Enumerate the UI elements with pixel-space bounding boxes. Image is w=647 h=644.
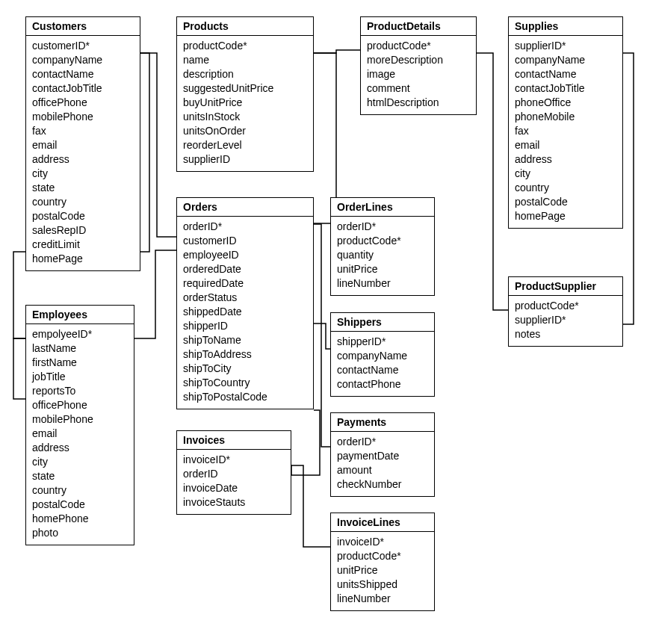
entity-body: supplierID*companyNamecontactNamecontact…: [509, 36, 622, 228]
entity-attribute: fax: [32, 124, 134, 138]
entity-attribute: paymentDate: [337, 449, 428, 463]
entity-attribute: state: [32, 469, 128, 483]
entity-attribute: companyName: [515, 53, 616, 67]
entity-attribute: orderedDate: [183, 262, 307, 276]
entity-attribute: address: [32, 152, 134, 167]
entity-attribute: country: [32, 195, 134, 209]
entity-attribute: productCode*: [515, 299, 616, 313]
entity-customers: CustomerscustomerID*companyNamecontactNa…: [25, 16, 140, 271]
entity-body: invoiceID*productCode*unitPriceunitsShip…: [331, 532, 434, 610]
entity-title: Invoices: [177, 431, 291, 450]
entity-attribute: lastName: [32, 341, 128, 356]
entity-attribute: officePhone: [32, 398, 128, 412]
entity-title: OrderLines: [331, 198, 434, 217]
entity-title: Shippers: [331, 313, 434, 332]
relationship-line: [140, 53, 149, 252]
entity-employees: EmployeesempolyeeID*lastNamefirstNamejob…: [25, 305, 134, 545]
entity-attribute: postalCode: [32, 498, 128, 512]
entity-productdetails: ProductDetailsproductCode*moreDescriptio…: [360, 16, 477, 115]
entity-attribute: amount: [337, 463, 428, 477]
entity-attribute: contactJobTitle: [32, 81, 134, 96]
entity-attribute: city: [32, 455, 128, 469]
entity-attribute: shipToName: [183, 333, 307, 347]
entity-title: ProductSupplier: [509, 277, 622, 296]
entity-attribute: city: [32, 167, 134, 181]
entity-attribute: contactJobTitle: [515, 81, 616, 96]
entity-body: productCode*namedescriptionsuggestedUnit…: [177, 36, 313, 171]
entity-attribute: supplierID*: [515, 313, 616, 327]
entity-attribute: shipToAddress: [183, 347, 307, 362]
entity-attribute: shipToPostalCode: [183, 390, 307, 404]
relationship-line: [314, 323, 330, 349]
entity-attribute: salesRepID: [32, 223, 134, 238]
entity-productsupplier: ProductSupplierproductCode*supplierID*no…: [508, 276, 623, 347]
entity-attribute: contactName: [337, 363, 428, 377]
entity-title: Orders: [177, 198, 313, 217]
entity-title: Employees: [26, 306, 134, 324]
entity-attribute: lineNumber: [337, 592, 428, 606]
entity-attribute: phoneMobile: [515, 110, 616, 124]
entity-attribute: phoneOffice: [515, 96, 616, 110]
entity-attribute: orderStatus: [183, 291, 307, 305]
entity-attribute: homePage: [32, 252, 134, 266]
entity-body: productCode*moreDescriptionimagecommenth…: [361, 36, 476, 114]
entity-body: empolyeeID*lastNamefirstNamejobTitlerepo…: [26, 324, 134, 545]
entity-attribute: homePhone: [32, 512, 128, 526]
relationship-line: [314, 50, 360, 53]
entity-attribute: unitPrice: [337, 563, 428, 578]
relationship-line: [623, 53, 634, 324]
entity-body: customerID*companyNamecontactNamecontact…: [26, 36, 140, 270]
relationship-line: [314, 224, 330, 447]
entity-attribute: postalCode: [515, 195, 616, 209]
entity-attribute: orderID*: [337, 220, 428, 234]
entity-attribute: contactName: [32, 67, 134, 81]
entity-attribute: state: [32, 181, 134, 195]
entity-attribute: reorderLevel: [183, 138, 307, 152]
entity-attribute: image: [367, 67, 470, 81]
entity-attribute: description: [183, 67, 307, 81]
entity-attribute: shipperID*: [337, 335, 428, 349]
entity-title: ProductDetails: [361, 17, 476, 36]
entity-attribute: invoiceID*: [337, 535, 428, 549]
entity-body: orderID*paymentDateamountcheckNumber: [331, 432, 434, 496]
entity-body: orderID*productCode*quantityunitPricelin…: [331, 217, 434, 295]
entity-body: invoiceID*orderIDinvoiceDateinvoiceStaut…: [177, 450, 291, 514]
entity-attribute: supplierID*: [515, 39, 616, 53]
entity-attribute: customerID: [183, 234, 307, 248]
entity-attribute: orderID*: [183, 220, 307, 234]
entity-body: shipperID*companyNamecontactNamecontactP…: [331, 332, 434, 396]
er-diagram: CustomerscustomerID*companyNamecontactNa…: [0, 0, 647, 644]
entity-attribute: reportsTo: [32, 384, 128, 398]
entity-attribute: contactName: [515, 67, 616, 81]
entity-attribute: companyName: [337, 349, 428, 363]
entity-attribute: fax: [515, 124, 616, 138]
entity-attribute: shippedDate: [183, 305, 307, 319]
entity-attribute: city: [515, 167, 616, 181]
relationship-line: [477, 53, 508, 310]
entity-attribute: orderID*: [337, 435, 428, 449]
entity-attribute: moreDescription: [367, 53, 470, 67]
entity-attribute: productCode*: [183, 39, 307, 53]
entity-title: Products: [177, 17, 313, 36]
entity-attribute: photo: [32, 526, 128, 540]
entity-attribute: invoiceDate: [183, 481, 285, 495]
relationship-line: [140, 53, 176, 237]
relationship-line: [291, 465, 330, 547]
entity-attribute: customerID*: [32, 39, 134, 53]
entity-attribute: mobilePhone: [32, 412, 128, 427]
entity-attribute: email: [32, 427, 128, 441]
entity-shippers: ShippersshipperID*companyNamecontactName…: [330, 312, 435, 397]
relationship-line: [13, 338, 25, 399]
entity-attribute: suggestedUnitPrice: [183, 81, 307, 96]
entity-attribute: notes: [515, 327, 616, 341]
entity-attribute: productCode*: [337, 549, 428, 563]
entity-attribute: homePage: [515, 209, 616, 223]
entity-title: InvoiceLines: [331, 513, 434, 532]
entity-invoicelines: InvoiceLinesinvoiceID*productCode*unitPr…: [330, 513, 435, 611]
entity-attribute: checkNumber: [337, 477, 428, 492]
entity-attribute: lineNumber: [337, 276, 428, 291]
entity-attribute: unitsShipped: [337, 578, 428, 592]
entity-attribute: htmlDescription: [367, 96, 470, 110]
entity-attribute: invoiceID*: [183, 453, 285, 467]
entity-attribute: firstName: [32, 356, 128, 370]
